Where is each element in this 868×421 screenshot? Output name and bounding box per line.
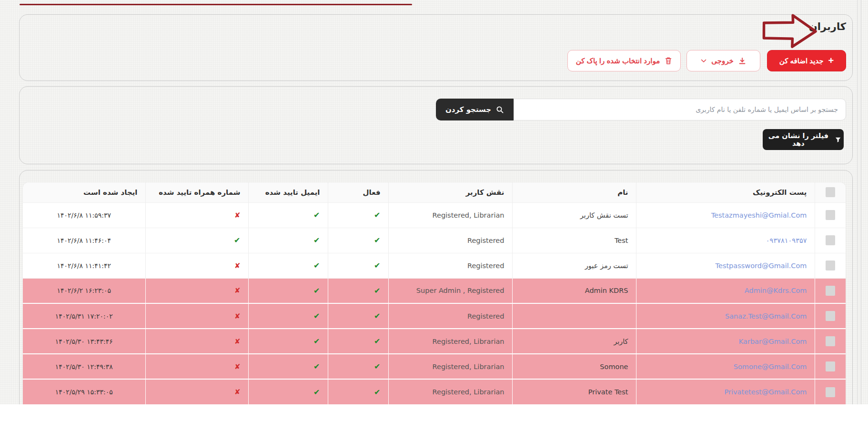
mobile-verified-cell: ✘ [145, 354, 248, 379]
chevron-down-icon [701, 59, 707, 63]
email-link[interactable]: Somone@Gmail.Com [734, 363, 807, 371]
row-checkbox-cell [815, 354, 846, 379]
row-checkbox-cell [815, 379, 846, 404]
email-link[interactable]: Karbar@Gmail.Com [739, 338, 807, 345]
row-checkbox[interactable] [826, 286, 835, 296]
check-icon: ✔ [374, 388, 380, 397]
table-row: ۰۹۳۷۸۱۰۹۳۵۷TestRegistered✔✔✔۱۴۰۲/۶/۸ ۱۱:… [23, 228, 846, 253]
role-cell: Registered [388, 228, 512, 253]
row-checkbox[interactable] [826, 261, 835, 271]
row-checkbox[interactable] [826, 361, 835, 371]
row-checkbox[interactable] [826, 210, 835, 220]
plus-icon: + [828, 56, 834, 65]
select-all-checkbox[interactable] [826, 187, 835, 197]
email-link[interactable]: Testpassword@Gmail.Com [716, 262, 807, 270]
search-submit-button[interactable]: جستجو کردن [436, 99, 514, 120]
cross-icon: ✘ [234, 362, 241, 371]
mobile-verified-cell: ✔ [145, 228, 248, 253]
cross-icon: ✘ [234, 211, 241, 220]
email-link[interactable]: ۰۹۳۷۸۱۰۹۳۵۷ [766, 237, 807, 244]
row-checkbox-cell [815, 228, 846, 253]
search-card [19, 86, 853, 164]
header-created: ایجاد شده است [23, 182, 145, 202]
name-cell: Private Test [512, 379, 636, 404]
role-cell: Registered, Librarian [388, 202, 512, 228]
vertical-scrollbar[interactable] [857, 0, 861, 421]
active-cell: ✔ [328, 303, 388, 329]
email-verified-cell: ✔ [248, 253, 328, 278]
email-cell: Admin@Kdrs.Com [636, 278, 815, 303]
email-cell: Karbar@Gmail.Com [636, 329, 815, 354]
active-cell: ✔ [328, 228, 388, 253]
email-cell: Somone@Gmail.Com [636, 354, 815, 379]
search-input[interactable] [514, 99, 846, 120]
email-verified-cell: ✔ [248, 354, 328, 379]
row-checkbox[interactable] [826, 336, 835, 346]
email-link[interactable]: Sanaz.Test@Gmail.Com [725, 312, 807, 320]
created-cell: ۱۴۰۲/۶/۲ ۱۶:۲۳:۰۵ [23, 278, 145, 303]
check-icon: ✔ [374, 286, 380, 295]
check-icon: ✔ [313, 286, 320, 295]
row-checkbox[interactable] [826, 235, 835, 245]
search-group: جستجو کردن [436, 99, 846, 120]
email-verified-cell: ✔ [248, 202, 328, 228]
header-email: پست الکترونیک [636, 182, 815, 202]
email-verified-cell: ✔ [248, 228, 328, 253]
email-verified-cell: ✔ [248, 303, 328, 329]
row-checkbox-cell [815, 253, 846, 278]
search-icon [496, 106, 504, 114]
row-checkbox[interactable] [826, 387, 835, 397]
table-header-row: پست الکترونیک نام نقش کاربر فعال ایمیل ت… [23, 182, 846, 202]
email-cell: Testazmayeshi@Gmial.Com [636, 202, 815, 228]
email-link[interactable]: Testazmayeshi@Gmial.Com [711, 211, 807, 219]
email-link[interactable]: Privatetest@Gmail.Com [725, 388, 807, 396]
check-icon: ✔ [313, 261, 320, 270]
table-row: Karbar@Gmail.ComکاربرRegistered, Librari… [23, 329, 846, 354]
check-icon: ✔ [313, 210, 320, 220]
active-cell: ✔ [328, 278, 388, 303]
email-verified-cell: ✔ [248, 379, 328, 404]
trash-icon [665, 57, 672, 65]
name-cell: Test [512, 228, 636, 253]
header-mobile-verified: شماره همراه تایید شده [145, 182, 248, 202]
export-label: خروجی [711, 57, 734, 65]
table-row: Testazmayeshi@Gmial.Comتست نقش کاربرRegi… [23, 202, 846, 228]
select-all-cell [815, 182, 846, 202]
table-row: Admin@Kdrs.ComAdmin KDRSSuper Admin , Re… [23, 278, 846, 303]
email-link[interactable]: Admin@Kdrs.Com [745, 287, 807, 294]
annotation-red-line [20, 4, 412, 5]
active-cell: ✔ [328, 354, 388, 379]
table-row: Testpassword@Gmail.Comتست رمز عبورRegist… [23, 253, 846, 278]
created-cell: ۱۴۰۲/۵/۳۰ ۱۲:۴۹:۳۸ [23, 354, 145, 379]
role-cell: Registered [388, 303, 512, 329]
add-new-label: جدید اضافه کن [779, 57, 824, 65]
table-body: Testazmayeshi@Gmial.Comتست نقش کاربرRegi… [23, 202, 846, 404]
cross-icon: ✘ [234, 337, 241, 346]
created-cell: ۱۴۰۲/۵/۳۰ ۱۳:۴۳:۴۶ [23, 329, 145, 354]
row-checkbox[interactable] [826, 311, 835, 321]
delete-selected-label: موارد انتخاب شده را پاک کن [576, 57, 660, 65]
name-cell: کاربر [512, 329, 636, 354]
check-icon: ✔ [374, 210, 380, 220]
mobile-verified-cell: ✘ [145, 303, 248, 329]
export-button[interactable]: خروجی [686, 50, 760, 71]
name-cell: تست رمز عبور [512, 253, 636, 278]
check-icon: ✔ [374, 236, 380, 245]
show-filter-button[interactable]: فیلتر را نشان می دهد [763, 129, 844, 150]
created-cell: ۱۴۰۲/۵/۲۹ ۱۵:۳۳:۰۵ [23, 379, 145, 404]
bottom-white-band [0, 404, 868, 421]
mobile-verified-cell: ✘ [145, 379, 248, 404]
check-icon: ✔ [374, 362, 380, 371]
add-new-button[interactable]: + جدید اضافه کن [767, 50, 846, 71]
email-cell: Sanaz.Test@Gmail.Com [636, 303, 815, 329]
role-cell: Registered, Librarian [388, 354, 512, 379]
active-cell: ✔ [328, 379, 388, 404]
created-cell: ۱۴۰۲/۶/۸ ۱۱:۴۶:۰۴ [23, 228, 145, 253]
active-cell: ✔ [328, 329, 388, 354]
delete-selected-button[interactable]: موارد انتخاب شده را پاک کن [567, 50, 681, 71]
name-cell: تست نقش کاربر [512, 202, 636, 228]
mobile-verified-cell: ✘ [145, 329, 248, 354]
check-icon: ✔ [234, 236, 240, 245]
created-cell: ۱۴۰۲/۶/۸ ۱۱:۴۱:۴۲ [23, 253, 145, 278]
mobile-verified-cell: ✘ [145, 278, 248, 303]
